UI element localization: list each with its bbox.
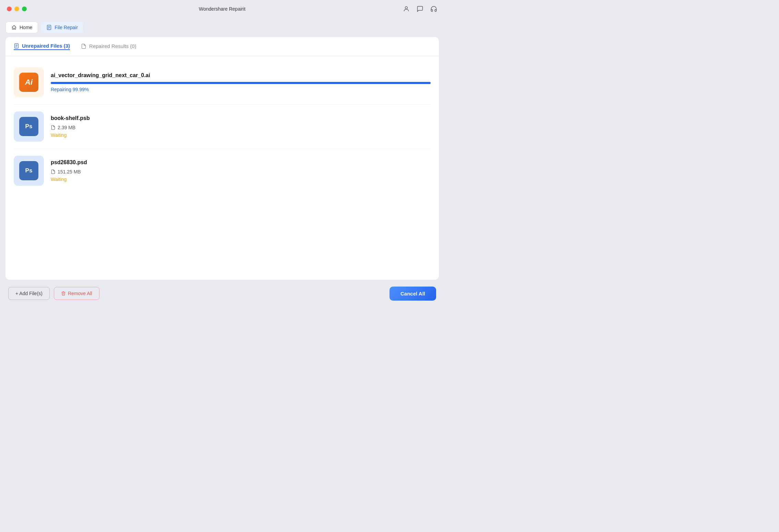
app-title: Wondershare Repairit [199,6,245,12]
remove-all-button[interactable]: Remove All [54,287,99,300]
progress-bar-1 [51,82,431,84]
file-size-icon-2 [51,125,56,130]
cancel-all-button[interactable]: Cancel All [389,287,436,301]
tab-repaired-label: Repaired Results (0) [89,43,136,49]
title-bar: Wondershare Repairit [0,0,444,18]
main-content: Unrepaired Files (3) Repaired Results (0… [5,37,439,280]
file-name-2: book-shelf.psb [51,115,431,121]
nav-home-label: Home [20,25,32,30]
bottom-bar: + Add File(s) Remove All Cancel All [0,280,444,307]
file-item-2: Ps book-shelf.psb 2.39 MB Waiting [14,105,431,149]
chat-icon[interactable] [416,5,424,13]
tab-bar: Unrepaired Files (3) Repaired Results (0… [5,37,439,56]
tab-repaired[interactable]: Repaired Results (0) [81,43,136,50]
traffic-lights [7,7,27,11]
nav-home[interactable]: Home [5,22,38,33]
nav-file-repair-label: File Repair [55,25,78,30]
headphone-icon[interactable] [430,5,438,13]
user-icon[interactable] [403,5,410,13]
progress-bar-fill-1 [51,82,431,84]
nav-file-repair[interactable]: File Repair [41,22,83,33]
file-icon-wrapper-2: Ps [14,111,44,142]
file-status-1: Repairing 99.99% [51,87,431,92]
file-item-1: Ai ai_vector_drawing_grid_next_car_0.ai … [14,60,431,105]
bottom-left-actions: + Add File(s) Remove All [8,287,99,300]
maximize-button[interactable] [22,7,27,11]
file-icon-wrapper-1: Ai [14,67,44,97]
title-bar-icons [403,5,438,13]
file-size-row-2: 2.39 MB [51,125,431,130]
ps-file-icon-2: Ps [19,117,38,136]
file-name-3: psd26830.psd [51,159,431,166]
file-icon-wrapper-3: Ps [14,156,44,186]
file-size-row-3: 151.25 MB [51,169,431,174]
remove-all-label: Remove All [68,291,92,296]
ps-file-icon-3: Ps [19,161,38,180]
nav-bar: Home File Repair [0,18,444,37]
close-button[interactable] [7,7,12,11]
ai-file-icon: Ai [19,73,38,92]
file-status-2: Waiting [51,132,431,138]
svg-point-0 [405,7,408,9]
tab-unrepaired[interactable]: Unrepaired Files (3) [14,43,70,50]
file-size-2: 2.39 MB [58,125,75,130]
file-size-icon-3 [51,169,56,174]
file-info-3: psd26830.psd 151.25 MB Waiting [51,159,431,182]
file-item-3: Ps psd26830.psd 151.25 MB Waiting [14,149,431,193]
file-size-3: 151.25 MB [58,169,81,174]
file-name-1: ai_vector_drawing_grid_next_car_0.ai [51,72,431,78]
tab-unrepaired-label: Unrepaired Files (3) [22,43,70,49]
minimize-button[interactable] [14,7,19,11]
trash-icon [61,291,66,296]
add-files-button[interactable]: + Add File(s) [8,287,50,300]
file-info-2: book-shelf.psb 2.39 MB Waiting [51,115,431,138]
file-status-3: Waiting [51,177,431,182]
file-list: Ai ai_vector_drawing_grid_next_car_0.ai … [5,56,439,280]
file-info-1: ai_vector_drawing_grid_next_car_0.ai Rep… [51,72,431,92]
